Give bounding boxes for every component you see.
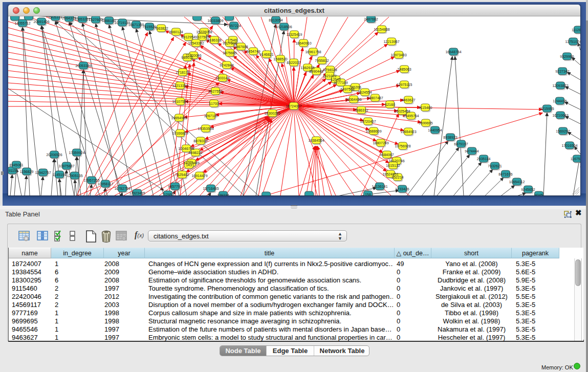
svg-text:12975115: 12975115: [397, 83, 412, 86]
svg-text:16961758: 16961758: [305, 50, 321, 54]
svg-text:3267110: 3267110: [204, 114, 218, 118]
svg-text:6794028: 6794028: [323, 68, 337, 72]
svg-text:10653267: 10653267: [74, 17, 90, 21]
svg-text:16671355: 16671355: [128, 23, 144, 27]
svg-text:7955812: 7955812: [315, 59, 329, 62]
svg-text:16914479: 16914479: [191, 174, 207, 178]
svg-text:9684067: 9684067: [380, 153, 394, 157]
svg-text:11325419: 11325419: [287, 33, 302, 36]
svg-text:2487682: 2487682: [364, 17, 378, 21]
svg-text:143: 143: [186, 163, 192, 167]
svg-text:1905371: 1905371: [48, 16, 62, 19]
svg-text:9777169: 9777169: [334, 81, 347, 84]
svg-text:8471676: 8471676: [498, 172, 512, 176]
svg-text:10046798: 10046798: [178, 147, 194, 150]
svg-text:7546: 7546: [229, 38, 237, 42]
svg-text:16154838: 16154838: [374, 28, 389, 31]
svg-text:7625402: 7625402: [175, 173, 189, 177]
svg-text:8912954: 8912954: [181, 35, 195, 39]
svg-text:16648784: 16648784: [445, 50, 461, 54]
svg-text:1733426: 1733426: [395, 187, 409, 191]
svg-text:20206526: 20206526: [46, 153, 62, 157]
svg-text:19654923: 19654923: [400, 130, 416, 134]
svg-text:9245652: 9245652: [521, 188, 535, 191]
svg-text:1156829: 1156829: [20, 170, 34, 173]
svg-text:7663822: 7663822: [154, 27, 168, 30]
svg-text:7485063: 7485063: [397, 68, 411, 71]
svg-text:10975887: 10975887: [58, 164, 74, 168]
svg-text:6879197: 6879197: [454, 142, 468, 146]
svg-text:8322037: 8322037: [287, 61, 300, 64]
svg-text:12213319: 12213319: [172, 84, 188, 87]
svg-text:2718179: 2718179: [176, 71, 189, 74]
svg-text:18640910: 18640910: [295, 41, 311, 45]
svg-text:10654112: 10654112: [509, 180, 525, 184]
svg-text:1621022: 1621022: [322, 74, 336, 78]
svg-text:15720407: 15720407: [360, 120, 376, 123]
svg-text:18724007: 18724007: [286, 104, 301, 108]
svg-text:6497568: 6497568: [340, 87, 354, 91]
svg-text:9146821: 9146821: [259, 53, 273, 56]
svg-text:2867608: 2867608: [234, 45, 248, 49]
svg-text:9699695: 9699695: [419, 121, 432, 125]
svg-text:16120746: 16120746: [388, 159, 404, 163]
svg-text:15495764: 15495764: [403, 114, 419, 118]
svg-text:10973493: 10973493: [390, 53, 406, 57]
svg-text:7886372: 7886372: [354, 108, 368, 112]
svg-text:2803144: 2803144: [215, 76, 229, 80]
svg-text:10107554: 10107554: [172, 100, 188, 103]
svg-text:1615132: 1615132: [386, 164, 400, 167]
svg-text:12093872: 12093872: [552, 84, 568, 87]
svg-text:3875685: 3875685: [223, 51, 236, 55]
svg-text:10958117: 10958117: [98, 182, 114, 186]
svg-text:10807487: 10807487: [367, 96, 383, 100]
svg-text:8813054: 8813054: [269, 18, 282, 22]
svg-text:12905135: 12905135: [67, 174, 82, 178]
svg-text:4498222: 4498222: [188, 151, 202, 155]
svg-text:19654985: 19654985: [171, 116, 187, 120]
svg-text:17359924: 17359924: [69, 151, 84, 155]
svg-text:20364436: 20364436: [345, 98, 361, 101]
svg-text:1145194: 1145194: [53, 173, 67, 177]
svg-text:16543392: 16543392: [188, 41, 204, 45]
svg-text:13751074: 13751074: [565, 40, 580, 43]
svg-text:19218506: 19218506: [276, 25, 292, 29]
svg-text:12213957: 12213957: [383, 40, 399, 43]
svg-text:18807249: 18807249: [373, 141, 388, 145]
svg-text:20691406: 20691406: [33, 20, 49, 24]
svg-text:1588520: 1588520: [273, 57, 287, 61]
svg-text:10688609: 10688609: [365, 129, 381, 133]
svg-text:7357224: 7357224: [227, 24, 241, 28]
svg-text:391159: 391159: [8, 169, 18, 172]
svg-text:9463627: 9463627: [401, 98, 415, 102]
svg-text:15226058: 15226058: [196, 30, 212, 34]
svg-text:12942757: 12942757: [35, 171, 51, 174]
svg-text:9327508: 9327508: [223, 41, 236, 45]
svg-text:1527602: 1527602: [89, 18, 102, 21]
svg-text:9329966: 9329966: [560, 55, 574, 58]
svg-text:8660124: 8660124: [169, 30, 183, 34]
svg-text:1569297: 1569297: [556, 129, 570, 133]
svg-text:8186328: 8186328: [207, 38, 221, 42]
svg-text:13353594: 13353594: [198, 127, 213, 130]
svg-text:11700: 11700: [209, 102, 219, 105]
svg-text:15716485: 15716485: [203, 187, 219, 190]
svg-text:12923465: 12923465: [129, 191, 145, 195]
svg-text:2935114: 2935114: [477, 157, 491, 161]
svg-text:3624554: 3624554: [358, 91, 372, 94]
svg-text:8990448: 8990448: [309, 70, 323, 73]
svg-text:16782759: 16782759: [114, 187, 130, 190]
svg-text:8878332: 8878332: [193, 139, 207, 143]
svg-text:252214: 252214: [391, 176, 403, 179]
svg-text:9457791: 9457791: [168, 185, 182, 188]
svg-text:9227342: 9227342: [555, 70, 569, 73]
svg-text:1112846: 1112846: [572, 28, 580, 32]
svg-text:19384554: 19384554: [308, 139, 324, 142]
svg-text:3215955: 3215955: [540, 107, 554, 111]
svg-text:19756928: 19756928: [395, 144, 410, 148]
svg-text:17957255: 17957255: [83, 179, 99, 182]
svg-text:8427552: 8427552: [208, 90, 222, 93]
svg-text:8938923: 8938923: [443, 136, 457, 139]
svg-text:9115460: 9115460: [419, 106, 432, 110]
svg-text:9474444: 9474444: [465, 149, 478, 153]
